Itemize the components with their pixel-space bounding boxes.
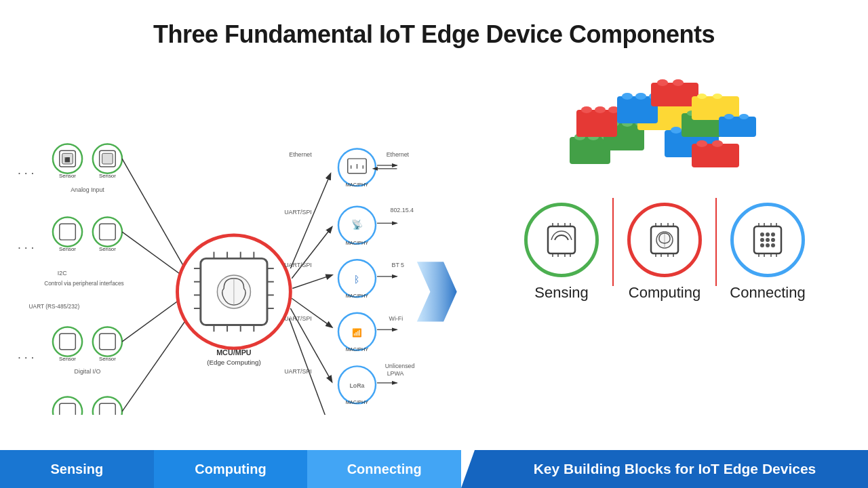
svg-text:MCU/MPU: MCU/MPU — [216, 348, 252, 357]
svg-text:ᛒ: ᛒ — [354, 274, 359, 285]
svg-point-171 — [760, 232, 764, 237]
computing-circle — [627, 203, 702, 277]
svg-text:Sensor: Sensor — [99, 246, 116, 252]
svg-text:LoRa: LoRa — [349, 382, 364, 389]
right-panel: Sensing — [461, 56, 868, 449]
svg-text:I2C: I2C — [58, 270, 67, 277]
svg-point-175 — [766, 238, 770, 242]
svg-line-39 — [122, 308, 194, 411]
svg-point-149 — [739, 114, 749, 119]
svg-point-174 — [760, 238, 764, 242]
svg-point-121 — [595, 106, 606, 113]
svg-text:BT 5: BT 5 — [392, 262, 405, 268]
svg-line-36 — [122, 159, 191, 279]
svg-text:. . .: . . . — [18, 348, 35, 361]
svg-text:MAC/PHY: MAC/PHY — [346, 399, 369, 405]
svg-text:LPWA: LPWA — [387, 370, 404, 377]
svg-text:Control via peripheral interfa: Control via peripheral interfaces — [44, 280, 124, 287]
svg-text:MAC/PHY: MAC/PHY — [346, 182, 369, 188]
svg-point-178 — [766, 243, 770, 247]
computing-item: Computing — [617, 203, 712, 302]
connecting-item: Connecting — [720, 203, 815, 302]
svg-text:UART/SPI: UART/SPI — [284, 209, 312, 216]
svg-point-179 — [771, 243, 775, 247]
svg-text:⬛: ⬛ — [64, 157, 71, 163]
svg-text:MAC/PHY: MAC/PHY — [346, 293, 369, 299]
svg-line-67 — [289, 319, 330, 415]
bottom-left-bar: Sensing Computing Connecting — [0, 450, 461, 488]
svg-point-148 — [724, 114, 734, 119]
svg-text:. . .: . . . — [18, 163, 35, 177]
svg-point-129 — [635, 93, 646, 100]
svg-text:Sensor: Sensor — [59, 173, 76, 179]
divider-2 — [715, 198, 717, 286]
svg-line-64 — [292, 275, 332, 289]
bottom-right-bar: Key Building Blocks for IoT Edge Devices — [461, 450, 868, 488]
bottom-connecting-btn: Connecting — [307, 450, 461, 488]
svg-text:Unlicensed: Unlicensed — [385, 363, 415, 369]
svg-point-120 — [581, 106, 592, 113]
svg-line-63 — [292, 227, 332, 279]
svg-text:📡: 📡 — [351, 219, 363, 230]
svg-text:📶: 📶 — [352, 328, 362, 338]
svg-text:Sensor: Sensor — [59, 356, 76, 362]
svg-text:MAC/PHY: MAC/PHY — [346, 240, 369, 246]
svg-text:Analog Input: Analog Input — [71, 186, 104, 193]
sensing-item: Sensing — [514, 203, 609, 302]
svg-line-65 — [292, 298, 332, 327]
svg-text:Wi-Fi: Wi-Fi — [389, 315, 403, 322]
svg-point-128 — [622, 93, 633, 100]
svg-point-142 — [657, 79, 668, 86]
svg-point-33 — [93, 397, 122, 415]
svg-text:UART (RS-485/232): UART (RS-485/232) — [29, 303, 80, 310]
svg-text:UART/SPI: UART/SPI — [284, 315, 312, 322]
sensing-circle — [524, 203, 599, 277]
divider-1 — [612, 198, 614, 286]
page-title: Three Fundamental IoT Edge Device Compon… — [0, 0, 868, 56]
svg-text:Sensor: Sensor — [59, 246, 76, 252]
iot-components-row: Sensing — [514, 198, 815, 306]
svg-point-145 — [697, 94, 707, 99]
svg-rect-141 — [651, 83, 698, 106]
svg-text:. . .: . . . — [18, 414, 35, 415]
bottom-right-text: Key Building Blocks for IoT Edge Devices — [513, 461, 816, 477]
svg-rect-147 — [719, 117, 756, 137]
svg-point-143 — [673, 79, 684, 86]
svg-text:Ethernet: Ethernet — [289, 151, 312, 158]
bottom-bar: Sensing Computing Connecting Key Buildin… — [0, 450, 868, 488]
sensing-label: Sensing — [534, 284, 589, 302]
lego-image — [556, 62, 773, 184]
svg-point-137 — [712, 140, 723, 147]
svg-point-17 — [93, 218, 122, 247]
svg-text:Digital I/O: Digital I/O — [75, 368, 101, 375]
connecting-circle — [730, 203, 805, 277]
svg-point-14 — [53, 218, 82, 247]
svg-point-173 — [771, 232, 775, 237]
svg-text:UART/SPI: UART/SPI — [284, 368, 312, 375]
svg-rect-135 — [692, 144, 739, 167]
svg-rect-119 — [576, 110, 617, 137]
bottom-computing-btn: Computing — [154, 450, 308, 488]
iot-diagram: . . . . . . . . . . . . ⬛ Sensor Sensor … — [0, 56, 461, 449]
svg-point-177 — [760, 243, 764, 247]
computing-label: Computing — [629, 284, 701, 302]
svg-point-30 — [53, 397, 82, 415]
svg-text:(Edge Computing): (Edge Computing) — [207, 359, 261, 366]
svg-point-146 — [713, 94, 722, 99]
svg-point-26 — [93, 327, 122, 356]
bottom-sensing-btn: Sensing — [0, 450, 154, 488]
svg-rect-150 — [548, 226, 575, 253]
svg-point-176 — [771, 238, 775, 242]
svg-text:. . .: . . . — [18, 238, 35, 251]
svg-text:UART/SPI: UART/SPI — [284, 262, 312, 268]
svg-marker-110 — [417, 262, 457, 321]
svg-text:MAC/PHY: MAC/PHY — [346, 346, 369, 352]
svg-rect-11 — [102, 153, 113, 164]
svg-point-172 — [766, 232, 770, 237]
svg-text:Sensor: Sensor — [99, 173, 116, 179]
svg-point-136 — [696, 140, 707, 147]
svg-point-23 — [53, 327, 82, 356]
svg-text:Ethernet: Ethernet — [387, 151, 410, 158]
svg-text:802.15.4: 802.15.4 — [391, 207, 414, 214]
svg-text:Sensor: Sensor — [99, 356, 116, 362]
